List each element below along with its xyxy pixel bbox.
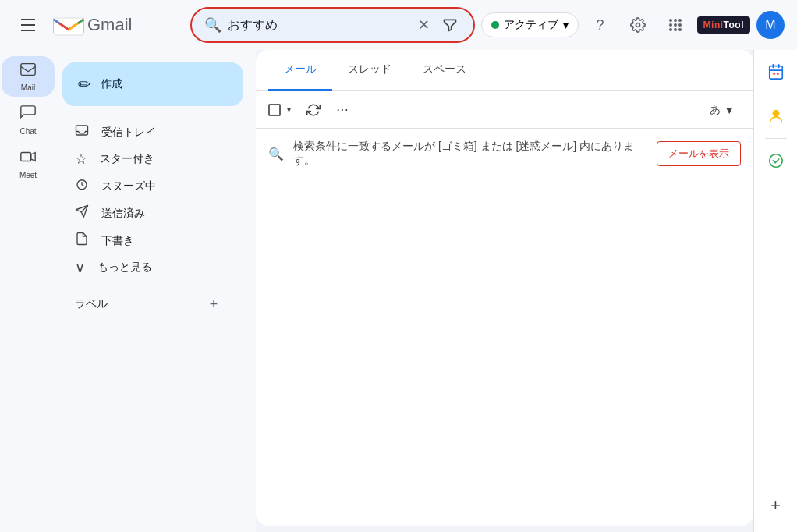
contacts-icon — [767, 108, 785, 125]
status-chevron: ▾ — [563, 19, 569, 31]
refresh-button[interactable] — [300, 98, 327, 122]
nav-item-meet[interactable]: Meet — [2, 144, 55, 184]
svg-rect-2 — [21, 153, 31, 161]
more-actions-button[interactable]: ⋯ — [330, 98, 355, 122]
labels-title: ラベル — [75, 297, 108, 311]
drafts-icon — [75, 232, 89, 250]
notice-search-icon: 🔍 — [268, 147, 284, 161]
show-mail-button[interactable]: メールを表示 — [657, 141, 741, 166]
chevron-down-icon: ▾ — [287, 105, 291, 114]
svg-rect-6 — [773, 73, 775, 75]
gear-icon — [630, 17, 646, 33]
settings-button[interactable] — [622, 9, 654, 41]
sidebar-item-starred[interactable]: ☆ スター付き — [56, 146, 243, 172]
filter-icon — [442, 17, 458, 33]
search-bar: 🔍 ✕ — [190, 7, 475, 43]
svg-rect-7 — [776, 73, 778, 75]
header-left: Gmail — [12, 9, 184, 41]
labels-section: ラベル + — [56, 287, 243, 321]
search-icon: 🔍 — [204, 16, 221, 34]
status-label: アクティブ — [504, 18, 558, 32]
mini-text: Mini — [703, 20, 724, 30]
help-button[interactable]: ? — [585, 9, 616, 41]
star-icon: ☆ — [75, 151, 87, 168]
search-clear-button[interactable]: ✕ — [415, 13, 433, 37]
sidebar-item-more[interactable]: ∨ もっと見る — [56, 254, 243, 281]
svg-point-8 — [773, 111, 778, 116]
google-m-icon — [53, 14, 84, 36]
header: Gmail 🔍 ✕ アクティブ ▾ ? — [0, 0, 797, 50]
more-icon: ∨ — [75, 259, 85, 276]
sent-icon — [75, 204, 89, 222]
nav-chat-label: Chat — [19, 127, 36, 136]
svg-rect-5 — [769, 66, 782, 80]
notice-row: 🔍 検索条件に一致するメールが [ゴミ箱] または [迷惑メール] 内にあります… — [256, 129, 753, 179]
apps-grid-icon — [669, 19, 682, 31]
search-filter-button[interactable] — [439, 14, 461, 36]
notice-text: 検索条件に一致するメールが [ゴミ箱] または [迷惑メール] 内にあります。 — [293, 140, 647, 168]
sort-button[interactable]: あ ▼ — [703, 98, 741, 122]
sidebar: ✏ 作成 受信トレイ ☆ スター付き スヌーズ中 — [56, 50, 256, 532]
gmail-logo: Gmail — [53, 14, 132, 36]
nav-meet-label: Meet — [19, 171, 37, 179]
toolbar: ▾ ⋯ あ ▼ — [256, 91, 753, 129]
tabs-bar: メール スレッド スペース — [256, 50, 753, 91]
hamburger-icon — [21, 19, 35, 31]
drafts-label: 下書き — [101, 234, 134, 248]
calendar-icon — [767, 63, 785, 80]
tasks-icon — [767, 152, 785, 169]
snooze-icon — [75, 177, 89, 195]
compose-button[interactable]: ✏ 作成 — [62, 62, 243, 106]
chat-icon — [19, 105, 37, 126]
inbox-icon — [75, 123, 89, 141]
svg-point-9 — [769, 154, 782, 168]
sidebar-item-inbox[interactable]: 受信トレイ — [56, 119, 243, 146]
compose-icon: ✏ — [78, 75, 91, 94]
status-button[interactable]: アクティブ ▾ — [481, 12, 579, 37]
select-all-checkbox[interactable] — [268, 104, 281, 116]
add-panel-button[interactable]: + — [762, 491, 790, 520]
nav-item-chat[interactable]: Chat — [2, 100, 55, 140]
nav-item-mail[interactable]: Mail — [2, 56, 55, 97]
sent-label: 送信済み — [101, 207, 145, 221]
nav-mail-label: Mail — [21, 83, 35, 92]
svg-rect-1 — [21, 64, 35, 76]
apps-button[interactable] — [660, 9, 691, 41]
panel-divider-2 — [765, 138, 787, 139]
main-content: メール スレッド スペース ▾ — [256, 50, 753, 526]
contacts-button[interactable] — [760, 101, 792, 132]
sort-chevron: ▼ — [724, 104, 735, 116]
right-panel: + — [753, 50, 797, 532]
tab-spaces[interactable]: スペース — [407, 50, 482, 91]
tasks-button[interactable] — [760, 145, 792, 176]
inbox-label: 受信トレイ — [101, 126, 156, 140]
starred-label: スター付き — [100, 152, 154, 166]
refresh-icon — [306, 103, 321, 117]
tab-mail[interactable]: メール — [268, 50, 332, 91]
more-label: もっと見る — [97, 261, 152, 275]
help-icon: ? — [597, 17, 604, 34]
avatar-button[interactable]: M — [756, 11, 785, 39]
left-nav: Mail Chat Meet — [0, 50, 56, 532]
mail-icon — [19, 61, 37, 82]
labels-add-button[interactable]: + — [203, 293, 225, 315]
sidebar-item-snoozed[interactable]: スヌーズ中 — [56, 172, 243, 200]
search-input[interactable] — [228, 18, 409, 32]
status-dot — [491, 21, 499, 29]
sidebar-item-sent[interactable]: 送信済み — [56, 200, 243, 227]
tool-text: Tool — [724, 20, 744, 30]
body: Mail Chat Meet ✏ 作成 — [0, 50, 797, 532]
menu-button[interactable] — [12, 9, 44, 41]
header-right: アクティブ ▾ ? MiniTool M — [481, 9, 785, 41]
sort-label: あ — [710, 103, 721, 117]
more-dots-icon: ⋯ — [336, 102, 349, 117]
select-all-checkbox-wrap: ▾ — [268, 101, 297, 119]
minitool-badge: MiniTool — [697, 16, 750, 34]
select-dropdown-button[interactable]: ▾ — [281, 101, 297, 119]
compose-label: 作成 — [101, 77, 122, 91]
search-bar-wrapper: 🔍 ✕ — [190, 7, 475, 43]
add-icon: + — [770, 495, 781, 516]
tab-thread[interactable]: スレッド — [332, 50, 407, 91]
sidebar-item-drafts[interactable]: 下書き — [56, 227, 243, 254]
calendar-button[interactable] — [760, 56, 792, 87]
